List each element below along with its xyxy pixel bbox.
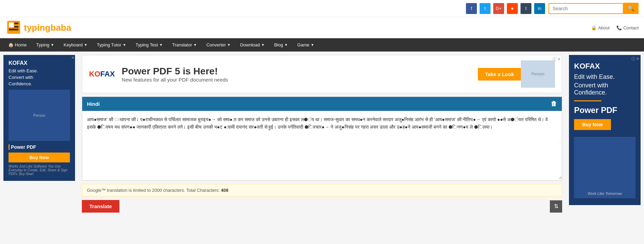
translate-actions: Translate ⇅ bbox=[82, 199, 562, 216]
swap-icon-button[interactable]: ⇅ bbox=[550, 200, 562, 213]
translate-language-label: Hindi bbox=[87, 101, 100, 107]
right-ad-buy-btn[interactable]: Buy Now bbox=[574, 119, 611, 130]
logo-icon bbox=[5, 19, 23, 36]
translate-header: Hindi 🗑 bbox=[82, 97, 562, 111]
top-ad-content: Power PDF 5 is Here! New features for al… bbox=[115, 66, 478, 83]
translate-button[interactable]: Translate bbox=[82, 200, 119, 213]
left-ad-buy-btn[interactable]: Buy Now bbox=[9, 153, 70, 162]
translate-textarea[interactable]: आय●समाज' की ःथापना की। प●राचीनकाल से पर्… bbox=[82, 111, 562, 179]
contact-link[interactable]: 📞 Contact bbox=[616, 25, 639, 30]
linkedin-icon[interactable]: in bbox=[534, 3, 545, 14]
left-ad-brand: KOFAX bbox=[9, 60, 70, 66]
tumblr-icon[interactable]: t bbox=[521, 3, 531, 14]
social-icons: f t G+ ● t in bbox=[466, 3, 545, 14]
right-ad-underline bbox=[574, 100, 601, 101]
about-link[interactable]: 🔒 About bbox=[591, 25, 610, 30]
char-limit-text: Google™ translation is limited to 2000 c… bbox=[87, 188, 220, 193]
right-ad-brand: KOFAX bbox=[574, 62, 635, 71]
top-ad-cta[interactable]: Take a Look bbox=[478, 68, 521, 81]
svg-rect-1 bbox=[9, 23, 14, 27]
top-ad-subtitle: New features for all your PDF document n… bbox=[122, 77, 471, 83]
google-icon[interactable]: G+ bbox=[493, 3, 504, 14]
header-row: typingbaba 🔒 About 📞 Contact bbox=[0, 17, 644, 38]
left-ad-tagline3: Confidence. bbox=[9, 81, 70, 86]
top-ad-title: Power PDF 5 is Here! bbox=[122, 66, 471, 77]
right-ad-tagline1: Edit with Ease. bbox=[574, 73, 635, 81]
left-ad-box: ✕ KOFAX Edit with Ease. Convert with Con… bbox=[3, 55, 75, 181]
nav-typing-tutor[interactable]: Typing Tutor ▼ bbox=[92, 38, 131, 52]
left-ad-footer: Works Just Like Software You Use Everyda… bbox=[9, 164, 70, 176]
top-ad-close[interactable]: ⓘ ✕ bbox=[553, 57, 560, 62]
nav-blog[interactable]: Blog ▼ bbox=[269, 38, 293, 52]
main-content: ⓘ ✕ KOFAX Power PDF 5 is Here! New featu… bbox=[78, 52, 566, 219]
nav-keyboard[interactable]: Keyboard ▼ bbox=[59, 38, 92, 52]
char-info: Google™ translation is limited to 2000 c… bbox=[82, 184, 562, 197]
top-ad-banner: ⓘ ✕ KOFAX Power PDF 5 is Here! New featu… bbox=[82, 55, 562, 93]
char-count: 408 bbox=[221, 188, 229, 193]
left-ad-close[interactable]: ✕ bbox=[71, 56, 74, 60]
top-ad-image: Person bbox=[521, 60, 555, 88]
nav-download[interactable]: Download ▼ bbox=[235, 38, 269, 52]
left-ad-product: Power PDF bbox=[9, 144, 70, 150]
right-ad-tagline2: Convert with Confidence. bbox=[574, 82, 635, 96]
phone-icon: 📞 bbox=[616, 25, 622, 30]
top-bar: f t G+ ● t in 🔍 bbox=[0, 0, 644, 17]
top-ad-brand: KOFAX bbox=[89, 70, 115, 78]
left-ad-tagline2: Convert with bbox=[9, 75, 70, 80]
right-ad-close[interactable]: ⓘ ✕ bbox=[631, 56, 639, 61]
right-ad: ⓘ ✕ KOFAX Edit with Ease. Convert with C… bbox=[566, 52, 644, 219]
nav-translator[interactable]: Translator ▼ bbox=[167, 38, 202, 52]
contact-label: Contact bbox=[623, 25, 639, 30]
brand1: typing bbox=[24, 23, 50, 33]
main-nav: 🏠 Home Typing ▼ Keyboard ▼ Typing Tutor … bbox=[0, 38, 644, 52]
right-ad-person: Work Like Tomorrow bbox=[574, 137, 635, 198]
left-ad-image: Person bbox=[9, 90, 70, 141]
facebook-icon[interactable]: f bbox=[466, 3, 477, 14]
translate-box: Hindi 🗑 आय●समाज' की ःथापना की। प●राचीनका… bbox=[82, 97, 562, 181]
logo-text: typingbaba bbox=[24, 23, 71, 33]
delete-icon[interactable]: 🗑 bbox=[551, 100, 557, 107]
left-ad: ✕ KOFAX Edit with Ease. Convert with Con… bbox=[0, 52, 78, 219]
svg-rect-2 bbox=[14, 23, 18, 24]
left-ad-tagline1: Edit with Ease. bbox=[9, 68, 70, 73]
logo[interactable]: typingbaba bbox=[5, 19, 71, 36]
reddit-icon[interactable]: ● bbox=[507, 3, 518, 14]
nav-typing[interactable]: Typing ▼ bbox=[31, 38, 59, 52]
page-body: ✕ KOFAX Edit with Ease. Convert with Con… bbox=[0, 52, 644, 219]
search-input[interactable] bbox=[548, 3, 624, 14]
header-links: 🔒 About 📞 Contact bbox=[591, 25, 639, 30]
right-ad-box: ⓘ ✕ KOFAX Edit with Ease. Convert with C… bbox=[569, 55, 641, 205]
right-ad-person-text: Work Like Tomorrow bbox=[588, 191, 622, 196]
nav-typing-test[interactable]: Typing Test ▼ bbox=[131, 38, 167, 52]
svg-rect-3 bbox=[14, 26, 18, 28]
brand2: baba bbox=[50, 23, 71, 33]
nav-game[interactable]: Game ▼ bbox=[293, 38, 319, 52]
lock-icon: 🔒 bbox=[591, 25, 597, 30]
nav-converter[interactable]: Converter ▼ bbox=[202, 38, 235, 52]
about-label: About bbox=[598, 25, 610, 30]
twitter-icon[interactable]: t bbox=[480, 3, 491, 14]
svg-rect-4 bbox=[9, 29, 18, 30]
right-ad-product: Power PDF bbox=[574, 105, 635, 115]
nav-home[interactable]: 🏠 Home bbox=[3, 38, 31, 52]
search-bar: 🔍 bbox=[548, 3, 639, 14]
search-button[interactable]: 🔍 bbox=[624, 3, 639, 14]
